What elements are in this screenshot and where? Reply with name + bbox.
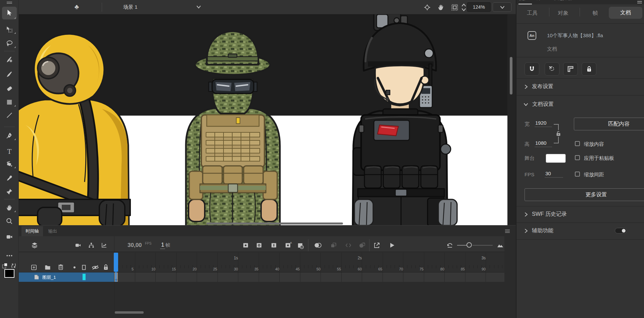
publish-export-icon[interactable] [373,242,381,249]
outline-layers-column-icon[interactable] [82,264,86,270]
playhead-marker[interactable] [114,253,118,272]
ruler-tick [283,265,284,268]
height-input[interactable]: 1080 [535,140,552,147]
tab-output[interactable]: 输出 [44,226,61,236]
category-tab-frame[interactable]: 帧 [593,10,598,17]
pen-tool-icon[interactable] [6,132,13,139]
category-tab-object[interactable]: 对象 [558,10,568,17]
tab-timeline[interactable]: 时间轴 [21,226,43,236]
delete-layer-icon[interactable] [57,264,64,271]
canvas-hscroll-thumb[interactable] [206,222,343,225]
more-settings-button[interactable]: 更多设置 [525,188,644,201]
text-tool-icon[interactable]: T [6,148,13,155]
zoom-dropdown-button[interactable] [493,2,511,12]
accessibility-toggle[interactable] [615,228,627,234]
hand-tool-icon[interactable] [6,204,13,211]
auto-keyframe-icon[interactable]: A [285,241,292,249]
camouflage-soldier-character[interactable] [186,31,280,226]
tab-library[interactable]: 库 [537,0,541,1]
tab-properties[interactable]: 属性 [519,0,529,1]
apply-pasteboard-checkbox[interactable] [575,155,580,160]
zoom-level-input[interactable]: 124% [467,2,491,12]
center-stage-icon[interactable] [424,4,431,11]
fps-input[interactable]: 30 [545,171,563,178]
timeline-zoom-fit-icon[interactable] [497,242,504,249]
advanced-layers-icon[interactable] [88,242,95,249]
new-folder-icon[interactable] [44,264,51,270]
scale-spacing-checkbox[interactable] [575,172,580,177]
swf-history-section[interactable]: SWF 历史记录 [525,211,567,218]
width-input[interactable]: 1920 [535,120,552,127]
lock-button[interactable] [582,62,596,76]
eraser-tool-icon[interactable] [6,85,13,92]
document-settings-section[interactable]: 文档设置 [524,101,554,108]
new-layer-icon[interactable] [31,264,37,271]
unlock-link-icon[interactable] [555,130,561,137]
code-frames-icon[interactable] [345,242,352,249]
category-tab-document[interactable]: 文档 [609,7,642,19]
stroke-fill-color-chip[interactable] [4,269,14,278]
reset-timeline-zoom-icon[interactable] [446,242,454,249]
stage-color-swatch[interactable] [546,154,566,163]
fluid-brush-tool-icon[interactable] [6,56,13,63]
classic-brush-tool-icon[interactable] [6,71,13,78]
clip-content-icon[interactable] [451,4,458,11]
layer-frame-row[interactable] [114,272,504,282]
stage-canvas[interactable] [19,14,515,226]
layer-color-chip[interactable] [83,274,86,280]
asset-warp-pin-tool-icon[interactable] [6,188,13,195]
timeline-hscroll-thumb[interactable] [115,311,144,314]
category-tab-tools[interactable]: 工具 [527,10,538,17]
layer-name[interactable]: 图层_1 [42,274,56,280]
line-tool-icon[interactable] [6,112,13,119]
match-content-button[interactable]: 匹配内容 [574,118,644,130]
camera-tool-icon[interactable] [6,233,13,241]
layers-stack-icon[interactable] [31,242,38,249]
layer-row[interactable]: 图层_1 [19,272,114,282]
current-frame-input[interactable]: 1 [160,242,165,249]
swap-arrows-icon[interactable] [11,262,17,269]
insert-frame-icon[interactable] [270,242,277,249]
selection-tool-icon[interactable] [6,9,13,17]
paste-frames-icon[interactable] [330,242,337,249]
hide-layers-column-icon[interactable] [91,264,99,270]
onion-skin-icon[interactable] [313,242,322,249]
publish-settings-section[interactable]: 发布设置 [525,83,553,90]
hand-tool-toggle-icon[interactable] [437,4,445,11]
insert-keyframe-icon[interactable] [242,242,249,249]
more-tools-icon[interactable] [6,252,13,259]
scene-dropdown-icon[interactable] [196,5,201,9]
rectangle-tool-icon[interactable] [6,99,13,106]
snap-magnet-button[interactable] [525,62,539,76]
toolbar-grip-icon2[interactable] [7,3,12,4]
swap-colors-icon[interactable] [2,262,9,269]
remove-frame-icon[interactable] [297,242,304,249]
scene-icon[interactable]: ♣ [75,3,79,11]
timeline-zoom-slider-knob[interactable] [466,242,472,248]
zoom-tool-icon[interactable] [6,217,13,225]
scale-content-checkbox[interactable] [575,141,580,146]
paint-bucket-tool-icon[interactable] [6,160,13,168]
insert-blank-keyframe-icon[interactable] [256,242,262,249]
panel-menu-icon[interactable] [637,1,642,4]
play-button-icon[interactable] [389,242,395,249]
frame-graph-icon[interactable] [101,242,107,249]
zoom-stepper[interactable] [461,3,466,12]
highlight-layers-column-icon[interactable] [72,265,77,270]
canvas-vscroll-thumb[interactable] [510,57,512,94]
free-transform-tool-icon[interactable] [6,26,13,33]
canvas-vscroll-track[interactable] [507,14,516,226]
tab-frame-picker[interactable]: 帧选择器 [553,0,572,1]
timeline-camera-icon[interactable] [75,242,82,249]
accessibility-section[interactable]: 辅助功能 [525,227,553,234]
loop-frames-icon[interactable] [358,242,366,249]
timeline-menu-icon[interactable] [505,229,510,233]
timeline-zoom-slider-track-right[interactable] [473,245,493,246]
snap-to-objects-button[interactable] [545,62,559,76]
lasso-tool-icon[interactable] [6,40,13,47]
lock-layers-column-icon[interactable] [103,264,109,271]
rulers-grid-button[interactable] [563,62,578,76]
fps-value[interactable]: 30,00 [128,242,142,249]
toolbar-grip-icon[interactable] [7,2,12,2]
eyedropper-tool-icon[interactable] [6,175,13,182]
